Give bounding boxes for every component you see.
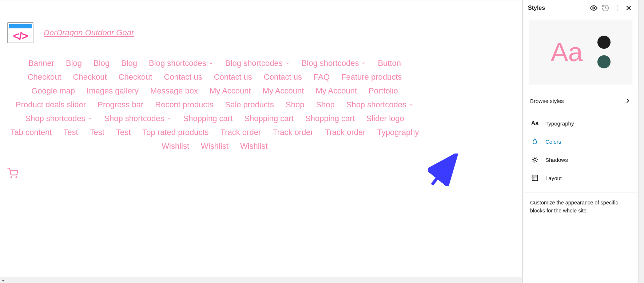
nav-item[interactable]: Shopping cart [244, 114, 294, 123]
nav-item[interactable]: My Account [210, 86, 251, 96]
editor-canvas-wrap: </> DerDragon Outdoor Gear BannerBlogBlo… [0, 0, 522, 283]
nav-item[interactable]: Recent products [155, 100, 213, 109]
horizontal-scrollbar[interactable]: ◄ [0, 277, 522, 283]
nav-item[interactable]: My Account [315, 86, 357, 96]
nav-item[interactable]: Button [378, 59, 401, 68]
svg-point-0 [11, 177, 12, 178]
nav-item-label: Test [116, 128, 131, 137]
logo-bar [9, 24, 32, 28]
nav-item[interactable]: Shopping cart [183, 114, 232, 123]
nav-item[interactable]: Test [63, 128, 78, 137]
site-logo[interactable]: </> [7, 22, 33, 43]
nav-item-label: Blog [94, 59, 110, 68]
nav-item[interactable]: Message box [150, 86, 198, 96]
nav-item[interactable]: Images gallery [87, 86, 139, 96]
nav-item[interactable]: Checkout [119, 72, 152, 82]
svg-rect-17 [532, 175, 538, 181]
nav-item[interactable]: Wishlist [201, 142, 228, 151]
nav-item-label: Product deals slider [16, 100, 86, 109]
nav-item[interactable]: Checkout [73, 72, 107, 82]
svg-point-5 [617, 10, 618, 11]
nav-item[interactable]: Feature products [341, 72, 402, 82]
nav-item-label: Recent products [155, 100, 213, 109]
nav-item[interactable]: Shopping cart [305, 114, 355, 123]
revisions-icon [601, 4, 610, 12]
nav-item[interactable]: Shop [316, 100, 334, 109]
style-option-shadows[interactable]: Shadows [523, 151, 638, 169]
logo-body: </> [8, 29, 33, 43]
nav-item-label: Images gallery [87, 86, 139, 96]
nav-item[interactable]: Shop shortcodes [25, 114, 92, 123]
right-scrollbar[interactable] [638, 0, 644, 283]
app-root: </> DerDragon Outdoor Gear BannerBlogBlo… [0, 0, 644, 283]
style-options-list: AaTypographyColorsShadowsLayout [523, 114, 638, 187]
nav-item[interactable]: Wishlist [162, 142, 189, 151]
browse-styles-row[interactable]: Browse styles [523, 91, 638, 111]
nav-item-label: Shopping cart [183, 114, 232, 123]
nav-item[interactable]: Wishlist [240, 142, 268, 151]
nav-item[interactable]: Track order [325, 128, 366, 137]
style-option-colors[interactable]: Colors [523, 132, 638, 151]
style-preview-card[interactable]: Aa [529, 20, 632, 84]
nav-item[interactable]: Sale products [225, 100, 274, 109]
nav-item-label: Wishlist [240, 142, 268, 151]
more-menu-icon[interactable] [613, 4, 621, 12]
site-title-link[interactable]: DerDragon Outdoor Gear [44, 28, 134, 37]
site-header: </> DerDragon Outdoor Gear [7, 22, 515, 43]
nav-item[interactable]: Portfolio [369, 86, 398, 96]
nav-item[interactable]: Track order [273, 128, 313, 137]
style-book-icon[interactable] [589, 4, 598, 12]
nav-item[interactable]: Blog [94, 59, 110, 68]
nav-item-label: Button [378, 59, 401, 68]
nav-item-label: Sale products [225, 100, 274, 109]
nav-item[interactable]: Shop [286, 100, 304, 109]
nav-item[interactable]: Blog shortcodes [302, 59, 366, 68]
nav-item-label: Blog [121, 59, 137, 68]
editor-canvas[interactable]: </> DerDragon Outdoor Gear BannerBlogBlo… [0, 0, 522, 283]
nav-item[interactable]: Progress bar [98, 100, 143, 109]
nav-item[interactable]: Contact us [164, 72, 202, 82]
style-option-label: Layout [545, 175, 562, 181]
code-icon: </> [13, 30, 28, 42]
nav-item[interactable]: Test [116, 128, 131, 137]
nav-item[interactable]: Top rated products [142, 128, 208, 137]
nav-item[interactable]: Shop shortcodes [104, 114, 171, 123]
nav-item[interactable]: Typography [377, 128, 419, 137]
style-option-layout[interactable]: Layout [523, 169, 638, 187]
svg-line-16 [536, 158, 537, 158]
nav-item[interactable]: FAQ [314, 72, 330, 82]
cart-icon[interactable] [7, 174, 18, 180]
nav-item-label: My Account [315, 86, 357, 96]
nav-item[interactable]: Contact us [214, 72, 252, 82]
svg-point-8 [534, 159, 536, 161]
nav-item[interactable]: Shop shortcodes [346, 100, 414, 109]
nav-item[interactable]: Test [90, 128, 104, 137]
nav-item-label: Test [63, 128, 78, 137]
nav-item-label: Shopping cart [244, 114, 294, 123]
nav-item[interactable]: Checkout [28, 72, 61, 82]
nav-item[interactable]: Blog [121, 59, 137, 68]
nav-item[interactable]: Track order [220, 128, 261, 137]
typography-preview: Aa [550, 37, 583, 67]
styles-sidebar: Styles Aa Browse styles A [522, 0, 638, 283]
nav-item[interactable]: Contact us [264, 72, 302, 82]
nav-item[interactable]: Blog shortcodes [225, 59, 290, 68]
close-icon[interactable] [624, 4, 633, 12]
nav-item-label: Blog shortcodes [302, 59, 359, 68]
scroll-left-icon[interactable]: ◄ [0, 277, 6, 283]
nav-item[interactable]: Product deals slider [16, 100, 86, 109]
nav-item[interactable]: Google map [31, 86, 75, 96]
style-option-label: Colors [545, 139, 561, 145]
nav-item-label: Contact us [264, 72, 302, 82]
nav-item[interactable]: Blog shortcodes [149, 59, 214, 68]
nav-item[interactable]: Blog [66, 59, 82, 68]
nav-item[interactable]: Tab content [11, 128, 52, 137]
nav-item[interactable]: Slider logo [366, 114, 404, 123]
nav-item-label: Shop [316, 100, 334, 109]
svg-point-1 [16, 177, 17, 178]
cart-row [7, 168, 515, 180]
style-option-typography[interactable]: AaTypography [523, 114, 638, 132]
nav-item[interactable]: Banner [28, 59, 54, 68]
nav-item[interactable]: My Account [263, 86, 304, 96]
nav-item-label: Track order [220, 128, 261, 137]
